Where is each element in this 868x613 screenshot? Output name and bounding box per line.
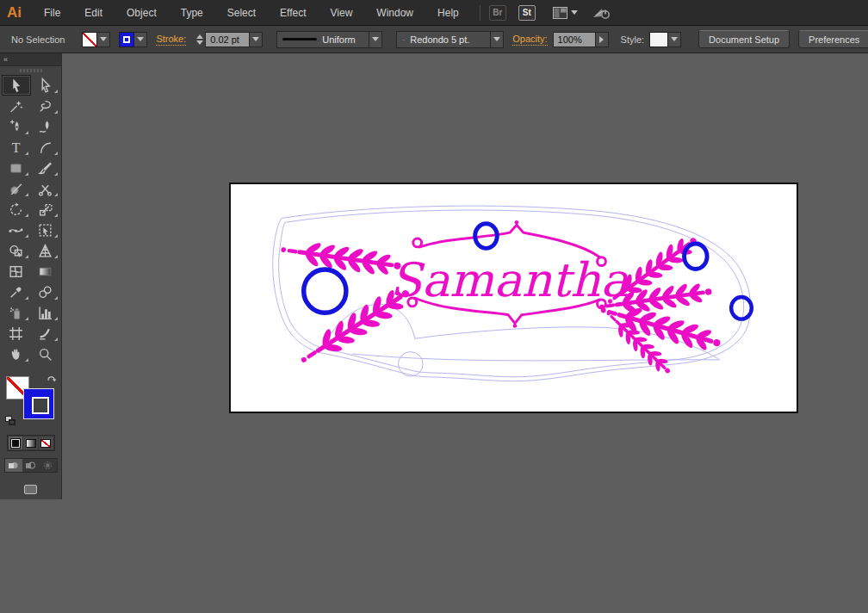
engraving-name-text[interactable]: Samantha [390, 253, 629, 307]
draw-behind-button[interactable] [22, 459, 40, 472]
menu-object[interactable]: Object [115, 0, 169, 25]
menu-type[interactable]: Type [169, 0, 215, 25]
screen-mode-icon [24, 485, 37, 494]
curvature-tool[interactable] [31, 116, 60, 137]
rectangle-tool[interactable] [2, 158, 31, 178]
gradient-tool[interactable] [31, 261, 60, 282]
illustrator-window: Ai File Edit Object Type Select Effect V… [0, 0, 868, 613]
stroke-profile-sample [282, 38, 317, 40]
pivot-hole-outline[interactable] [399, 352, 424, 377]
fill-color-control[interactable] [82, 32, 110, 47]
artboard-tool[interactable] [2, 323, 31, 344]
default-fill-stroke-icon[interactable] [5, 416, 16, 426]
style-dropdown[interactable] [668, 32, 681, 47]
swap-fill-stroke-icon[interactable] [46, 373, 58, 384]
opacity-field[interactable]: 100% [553, 32, 596, 47]
bridge-button[interactable]: Br [489, 5, 506, 21]
svg-text:T: T [12, 139, 21, 154]
screen-mode-button[interactable] [20, 481, 42, 498]
chevron-right-icon [599, 36, 604, 43]
magic-wand-tool[interactable] [2, 96, 31, 116]
chevron-down-icon [493, 37, 500, 41]
pen-tool[interactable] [2, 116, 31, 137]
opacity-slider-button[interactable] [596, 32, 609, 47]
fill-stroke-proxy [6, 375, 56, 421]
stock-button[interactable]: St [518, 5, 536, 21]
zoom-tool[interactable] [31, 344, 60, 364]
selection-tool[interactable] [2, 75, 31, 96]
blend-tool[interactable] [31, 282, 60, 302]
chevron-down-icon [372, 37, 379, 41]
app-logo: Ai [0, 4, 32, 22]
eyedropper-tool[interactable] [2, 282, 31, 302]
brush-sample-dot: · [402, 35, 405, 44]
slice-tool[interactable] [31, 323, 60, 344]
style-label: Style: [621, 34, 645, 45]
stroke-weight-field[interactable]: 0.02 pt [205, 32, 250, 47]
type-tool[interactable]: T [2, 137, 31, 158]
brush-select[interactable]: · Redondo 5 pt. [396, 31, 491, 48]
preferences-button[interactable]: Preferences [798, 30, 868, 48]
color-mode-row [7, 435, 55, 451]
brush-value: Redondo 5 pt. [410, 34, 469, 45]
stroke-dropdown[interactable] [134, 32, 147, 47]
draw-normal-button[interactable] [5, 459, 22, 472]
rotate-tool[interactable] [2, 199, 31, 220]
draw-inside-button[interactable] [40, 459, 57, 472]
fill-none-swatch[interactable] [82, 32, 97, 47]
menu-bar: Ai File Edit Object Type Select Effect V… [0, 0, 868, 26]
chevron-down-icon [137, 37, 144, 41]
stroke-color-swatch[interactable] [119, 32, 134, 47]
mesh-tool[interactable] [2, 261, 31, 282]
panel-drag-grip[interactable] [0, 66, 61, 75]
stroke-weight-stepper[interactable] [196, 32, 203, 47]
paintbrush-tool[interactable] [31, 158, 60, 178]
menu-effect[interactable]: Effect [268, 0, 318, 25]
scale-tool[interactable] [31, 199, 60, 220]
canvas-pasteboard[interactable]: Samantha [62, 53, 868, 612]
chevron-down-icon [100, 37, 107, 41]
menu-file[interactable]: File [32, 0, 72, 25]
workspace-switcher-icon [553, 7, 567, 19]
style-swatch[interactable] [649, 32, 668, 47]
workspace-switcher[interactable] [553, 7, 578, 19]
stroke-proxy-active[interactable] [24, 389, 53, 418]
symbol-sprayer-tool[interactable] [2, 302, 31, 323]
perspective-grid-tool[interactable] [31, 240, 60, 261]
menu-edit[interactable]: Edit [72, 0, 115, 25]
brush-dropdown[interactable] [491, 31, 504, 48]
width-profile-dropdown[interactable] [369, 31, 382, 48]
menu-help[interactable]: Help [425, 0, 471, 25]
shape-builder-tool[interactable] [2, 240, 31, 261]
selection-status: No Selection [11, 34, 65, 45]
pencil-tool[interactable] [2, 178, 31, 199]
fill-dropdown[interactable] [97, 32, 110, 47]
lasso-tool[interactable] [31, 96, 60, 116]
stroke-weight-dropdown[interactable] [250, 32, 263, 47]
none-button[interactable] [39, 437, 53, 449]
stroke-weight-label[interactable]: Stroke: [156, 34, 186, 46]
opacity-label[interactable]: Opacity: [512, 34, 547, 46]
menu-window[interactable]: Window [364, 0, 425, 25]
chevron-down-icon [571, 10, 578, 15]
width-tool[interactable] [2, 220, 31, 240]
color-button[interactable] [9, 437, 23, 449]
chevron-down-icon [671, 37, 678, 41]
artwork-layer[interactable]: Samantha [231, 184, 797, 412]
hand-tool[interactable] [2, 344, 31, 364]
direct-selection-tool[interactable] [31, 75, 60, 96]
menu-select[interactable]: Select [215, 0, 268, 25]
document-setup-button[interactable]: Document Setup [698, 30, 790, 48]
menu-view[interactable]: View [319, 0, 365, 25]
control-bar: No Selection Stroke: 0.02 pt Uniform · R [0, 26, 868, 53]
arc-tool[interactable] [31, 137, 60, 158]
stroke-color-control[interactable] [119, 32, 147, 47]
free-transform-tool[interactable] [31, 220, 60, 240]
gpu-performance-icon[interactable] [592, 5, 612, 21]
gradient-button[interactable] [23, 437, 38, 449]
graph-tool[interactable] [31, 302, 60, 323]
collapse-panel-button[interactable]: « [0, 53, 61, 66]
artboard[interactable]: Samantha [229, 183, 798, 413]
scissors-tool[interactable] [31, 178, 60, 199]
width-profile-select[interactable]: Uniform [276, 31, 369, 48]
